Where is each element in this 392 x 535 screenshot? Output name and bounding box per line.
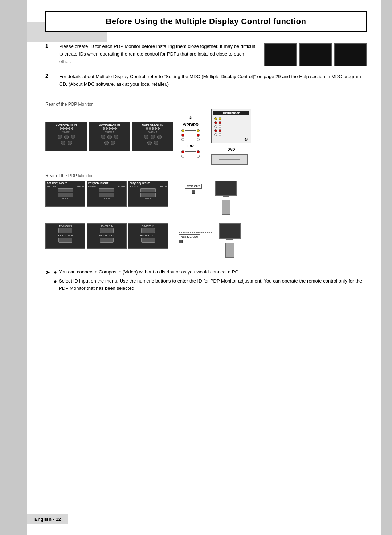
port-5 [68,141,72,145]
d-rca-1 [214,117,217,120]
rs232-out-label-2: RS-232C OUT [88,234,125,237]
rs232-panel-1: RS-232C IN RS-232C OUT [45,223,85,249]
rgb-panels: PC1(RGB) IN/OUT RGB OUT RGB IN [45,181,168,207]
footer-text: English - 12 [27,514,68,524]
lr-row-1 [181,150,200,153]
dvd-label: DVD [211,147,251,151]
conn-dot [114,127,117,130]
rca-red-right [197,134,200,137]
rear-panel-rgb-1: PC1(RGB) IN/OUT RGB OUT RGB IN [45,181,85,207]
monitor-thumb-1 [264,43,297,66]
port-4 [104,141,109,145]
wire-lr-2 [185,156,196,156]
conn-dot [103,127,105,130]
wire-1 [185,130,196,131]
conn-dot [149,127,151,130]
rca-white-left [181,138,184,141]
dashed-wire-rgb [179,181,208,181]
port-1 [144,135,148,139]
rs232-out-label-1: RS-232C OUT [47,234,84,237]
small-dots-2 [88,198,125,199]
conn-dot [62,127,65,130]
small-dots-1 [47,198,84,199]
wire-3 [185,139,196,139]
pc-tower-icon [222,200,230,215]
pc-tower-icon-2 [225,243,234,258]
title-box: Before Using the Multiple Display Contro… [45,11,367,32]
port-1 [101,135,105,139]
panel-label-comp-3: COMPONENT IN [142,123,163,126]
lr-row-2 [181,155,200,158]
pc-icon-section [215,181,237,215]
wire-lr-1 [185,151,196,152]
rs232-in-label-1: RS-232C IN [47,225,84,227]
d-rca-5 [214,133,217,136]
arrow-right-icon: ➤ [45,269,50,294]
monitor-base-2 [226,238,233,240]
conn-dot [60,127,62,130]
circle-label-1: ① [213,137,249,141]
dist-connectors [213,116,249,137]
rca-row-3 [181,138,200,141]
divider-1 [45,95,367,95]
port-4 [61,141,65,145]
rgb-sub-labels-2: RGB OUT RGB IN [88,185,125,187]
port-3 [71,135,75,139]
d-rca-2 [214,121,217,124]
port-1 [58,135,62,139]
pc-icon-section-2 [219,223,241,258]
port-5 [111,141,115,145]
section-1: 1 Please create ID for each PDP Monitor … [45,43,367,66]
small-dots-3 [130,198,167,199]
section-2: 2 For details about Multiple Display Con… [45,73,367,88]
rs232-out-label-3: RS-232C OUT [130,234,167,237]
port-3 [157,135,162,139]
audio-label: AUDIO ● [148,131,157,133]
db15-in-1 [58,193,73,197]
rca-yellow-left [181,129,184,132]
conn-dot [65,127,68,130]
conn-dot [109,127,111,130]
audio-label: AUDIO ● [62,131,70,133]
port-4 [147,141,152,145]
dvd-player-icon [211,154,248,165]
conn-dot [106,127,108,130]
rca-red-left [181,134,184,137]
port-3 [114,135,118,139]
db9-out-2 [100,238,114,243]
panel-label-comp-1: COMPONENT IN [56,123,77,126]
rgb-sub-labels: RGB OUT RGB IN [47,185,84,187]
distributor-box: Distributor [211,109,251,143]
dist-col-1 [214,117,217,136]
notes-section: ➤ ◆ You can connect a Composite (Video) … [45,268,367,294]
rear-label-1: Rear of the PDP Monitor [45,102,367,107]
rca-lr-1 [181,150,184,153]
diagram-rs232: RS-232C IN RS-232C OUT RS-232C IN RS-232… [45,223,367,258]
dvd-slot [219,159,240,160]
monitor-screen-2 [219,223,241,239]
panel-rgb-label-1: PC1(RGB) IN/OUT [47,182,84,185]
distributor-title: Distributor [213,111,249,115]
d-rca-8 [219,125,221,128]
note-bullet-1: ◆ You can connect a Composite (Video) wi… [54,268,367,276]
monitor-base [223,195,229,197]
db15-out-2 [99,188,114,192]
monitor-thumb-2 [299,43,332,66]
dist-dvd-section: Distributor [211,109,251,165]
circle-label-2: ② [189,116,192,121]
component-panels: COMPONENT IN AUDIO ● [45,122,173,151]
diagram-row-1: COMPONENT IN AUDIO ● [45,109,367,165]
notes-content: ◆ You can connect a Composite (Video) wi… [54,268,367,294]
db9-connector-small [179,240,183,243]
dashed-wire-rs232 [179,232,212,233]
d-rca-9 [219,129,221,132]
db-connector-small [192,190,195,194]
conn-dot [158,127,160,130]
cable-section: ② Y/PB/PR [181,116,200,158]
d-rca-3 [214,125,217,128]
diagram-row-2: PC1(RGB) IN/OUT RGB OUT RGB IN [45,181,367,215]
d-rca-7 [219,121,221,124]
rca-lines [181,129,200,141]
rca-row-1 [181,129,200,132]
item-number-1: 1 [45,43,52,66]
